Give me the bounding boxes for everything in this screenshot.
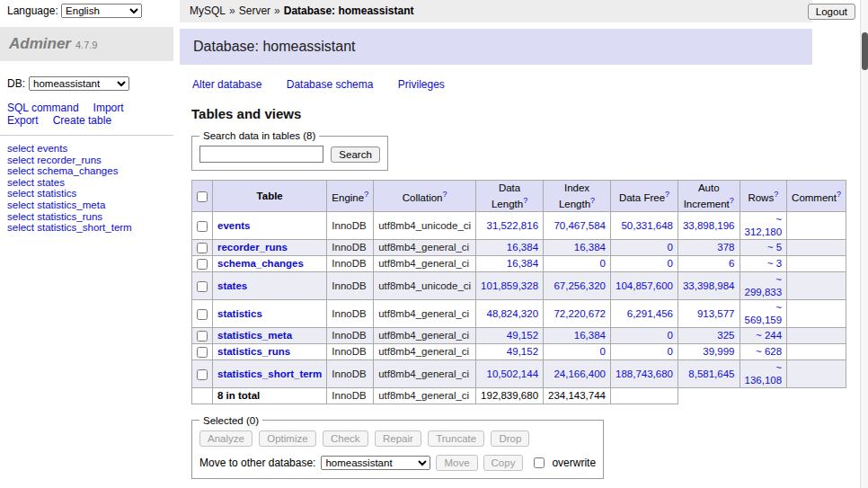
help-link[interactable]: ? bbox=[442, 190, 447, 199]
repair-button[interactable]: Repair bbox=[375, 430, 421, 447]
rows-link[interactable]: ~ 312,180 bbox=[745, 214, 783, 237]
create-table-sidebar-link[interactable]: Create table bbox=[53, 114, 111, 127]
scrollbar-thumb[interactable] bbox=[862, 32, 868, 70]
import-link[interactable]: Import bbox=[93, 102, 124, 114]
table-name-link[interactable]: events bbox=[217, 220, 250, 231]
logout-button[interactable]: Logout bbox=[808, 4, 855, 20]
select-link[interactable]: select bbox=[7, 155, 34, 165]
row-checkbox[interactable] bbox=[197, 331, 208, 342]
index-length-link[interactable]: 67,256,320 bbox=[554, 280, 606, 291]
auto-increment-link[interactable]: 378 bbox=[717, 242, 734, 253]
rows-link[interactable]: ~ 5 bbox=[767, 242, 782, 253]
breadcrumb-mysql-link[interactable]: MySQL bbox=[190, 4, 226, 17]
row-checkbox[interactable] bbox=[197, 281, 208, 292]
index-length-link[interactable]: 70,467,584 bbox=[554, 220, 606, 231]
help-link[interactable]: ? bbox=[837, 190, 841, 199]
rows-link[interactable]: ~ 3 bbox=[767, 258, 782, 269]
data-free-link[interactable]: 104,857,600 bbox=[616, 280, 673, 291]
sql-command-link[interactable]: SQL command bbox=[7, 102, 79, 114]
table-name-link[interactable]: statistics bbox=[217, 308, 262, 319]
table-name-link[interactable]: schema_changes bbox=[217, 258, 304, 269]
select-link[interactable]: select bbox=[7, 188, 34, 199]
row-checkbox[interactable] bbox=[197, 243, 208, 253]
data-free-link[interactable]: 6,291,456 bbox=[627, 308, 673, 319]
data-length-link[interactable]: 16,384 bbox=[507, 258, 538, 269]
table-name-link[interactable]: statistics_short_term bbox=[217, 368, 322, 379]
table-link[interactable]: events bbox=[37, 143, 67, 154]
drop-button[interactable]: Drop bbox=[491, 430, 529, 447]
help-link[interactable]: ? bbox=[590, 196, 595, 205]
row-checkbox[interactable] bbox=[197, 309, 208, 320]
check-button[interactable]: Check bbox=[323, 430, 368, 447]
select-link[interactable]: select bbox=[7, 165, 34, 176]
data-length-link[interactable]: 49,152 bbox=[507, 346, 538, 357]
index-length-link[interactable]: 24,166,400 bbox=[554, 368, 606, 379]
export-link[interactable]: Export bbox=[7, 114, 39, 127]
alter-database-link[interactable]: Alter database bbox=[192, 78, 261, 91]
rows-link[interactable]: ~ 628 bbox=[756, 346, 782, 357]
database-schema-link[interactable]: Database schema bbox=[287, 78, 374, 91]
select-link[interactable]: select bbox=[7, 177, 34, 188]
rows-link[interactable]: ~ 244 bbox=[756, 330, 782, 341]
table-name-link[interactable]: statistics_meta bbox=[217, 330, 292, 341]
help-link[interactable]: ? bbox=[665, 190, 669, 199]
rows-link[interactable]: ~ 136,108 bbox=[745, 362, 783, 386]
scrollbar-track[interactable] bbox=[860, 0, 868, 488]
table-name-link[interactable]: statistics_runs bbox=[217, 346, 290, 357]
auto-increment-link[interactable]: 33,898,196 bbox=[683, 220, 735, 231]
auto-increment-link[interactable]: 913,577 bbox=[697, 308, 735, 319]
rows-link[interactable]: ~ 569,159 bbox=[745, 302, 783, 325]
auto-increment-link[interactable]: 325 bbox=[717, 330, 734, 341]
table-link[interactable]: recorder_runs bbox=[37, 155, 102, 165]
select-link[interactable]: select bbox=[7, 222, 34, 233]
help-link[interactable]: ? bbox=[523, 196, 527, 205]
help-link[interactable]: ? bbox=[730, 196, 734, 205]
help-link[interactable]: ? bbox=[774, 190, 778, 199]
table-link[interactable]: statistics bbox=[37, 188, 76, 199]
data-length-link[interactable]: 10,502,144 bbox=[486, 368, 538, 379]
table-link[interactable]: schema_changes bbox=[37, 165, 118, 176]
data-length-link[interactable]: 48,824,320 bbox=[486, 308, 538, 319]
db-select[interactable]: homeassistant bbox=[29, 76, 129, 91]
auto-increment-link[interactable]: 8,581,645 bbox=[688, 368, 734, 379]
table-name-link[interactable]: recorder_runs bbox=[217, 242, 288, 253]
select-link[interactable]: select bbox=[7, 211, 34, 222]
copy-button[interactable]: Copy bbox=[483, 455, 524, 471]
data-length-link[interactable]: 101,859,328 bbox=[481, 280, 538, 291]
data-free-link[interactable]: 0 bbox=[668, 242, 673, 253]
data-free-link[interactable]: 0 bbox=[668, 330, 673, 341]
data-length-link[interactable]: 16,384 bbox=[507, 242, 538, 253]
row-checkbox[interactable] bbox=[197, 259, 208, 270]
data-free-link[interactable]: 0 bbox=[668, 346, 673, 357]
optimize-button[interactable]: Optimize bbox=[259, 430, 315, 447]
auto-increment-link[interactable]: 6 bbox=[729, 258, 734, 269]
table-name-link[interactable]: states bbox=[217, 280, 247, 291]
index-length-link[interactable]: 16,384 bbox=[574, 242, 606, 253]
select-link[interactable]: select bbox=[7, 200, 34, 210]
truncate-button[interactable]: Truncate bbox=[428, 430, 484, 447]
move-db-select[interactable]: homeassistant bbox=[321, 456, 430, 470]
table-link[interactable]: statistics_meta bbox=[37, 200, 105, 210]
row-checkbox[interactable] bbox=[197, 221, 208, 232]
data-free-link[interactable]: 0 bbox=[668, 258, 673, 269]
select-link[interactable]: select bbox=[7, 143, 34, 154]
privileges-link[interactable]: Privileges bbox=[398, 78, 445, 91]
auto-increment-link[interactable]: 39,999 bbox=[703, 346, 734, 357]
search-button[interactable]: Search bbox=[331, 146, 379, 163]
search-input[interactable] bbox=[199, 146, 323, 163]
language-select[interactable]: English bbox=[61, 4, 142, 18]
index-length-link[interactable]: 16,384 bbox=[574, 330, 606, 341]
analyze-button[interactable]: Analyze bbox=[199, 430, 252, 447]
select-all-checkbox[interactable] bbox=[197, 191, 208, 202]
table-link[interactable]: statistics_runs bbox=[37, 211, 102, 222]
rows-link[interactable]: ~ 299,833 bbox=[745, 274, 783, 297]
overwrite-checkbox[interactable] bbox=[534, 457, 545, 468]
data-length-link[interactable]: 31,522,816 bbox=[486, 220, 538, 231]
help-link[interactable]: ? bbox=[364, 190, 368, 199]
move-button[interactable]: Move bbox=[436, 455, 477, 471]
table-link[interactable]: states bbox=[37, 177, 65, 188]
data-free-link[interactable]: 50,331,648 bbox=[621, 220, 673, 231]
index-length-link[interactable]: 72,220,672 bbox=[554, 308, 606, 319]
table-link[interactable]: statistics_short_term bbox=[37, 222, 131, 233]
row-checkbox[interactable] bbox=[197, 369, 208, 380]
